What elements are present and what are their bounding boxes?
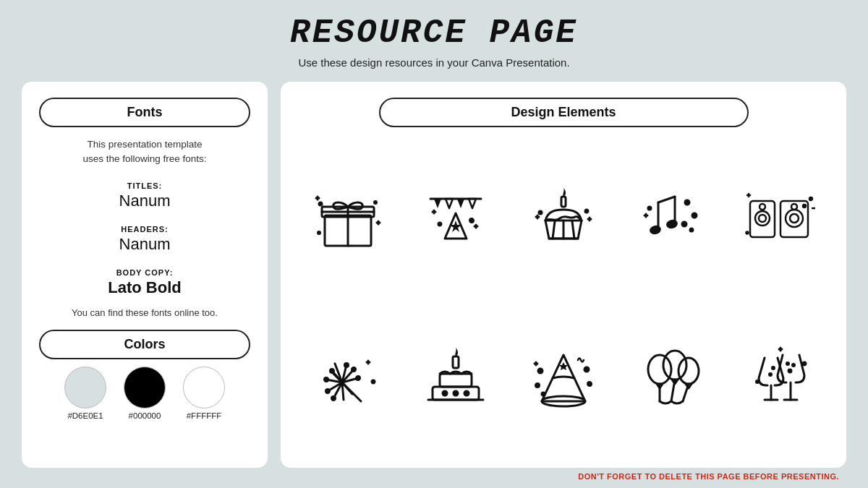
svg-point-73 xyxy=(332,396,336,400)
svg-point-50 xyxy=(786,210,803,227)
headers-font-entry: HEADERS: Nanum xyxy=(39,222,250,254)
svg-point-42 xyxy=(648,207,651,210)
svg-point-112 xyxy=(803,362,806,365)
svg-point-85 xyxy=(454,391,458,395)
svg-point-36 xyxy=(665,218,679,230)
icon-gift xyxy=(299,140,397,294)
svg-point-53 xyxy=(803,205,806,207)
svg-rect-22 xyxy=(561,197,566,207)
svg-line-25 xyxy=(572,221,574,239)
main-content: Fonts This presentation template uses th… xyxy=(22,82,846,468)
svg-point-106 xyxy=(792,364,794,366)
page-subtitle: Use these design resources in your Canva… xyxy=(298,56,569,69)
icon-champagne-glasses xyxy=(730,301,827,455)
svg-point-41 xyxy=(690,228,693,231)
icon-party-hat xyxy=(515,301,613,455)
icon-party-popper xyxy=(407,140,505,294)
svg-point-113 xyxy=(756,380,758,382)
svg-point-58 xyxy=(746,232,748,234)
svg-point-70 xyxy=(331,369,334,372)
fonts-footer: You can find these fonts online too. xyxy=(39,307,250,318)
color-swatch-1: #D6E0E1 xyxy=(64,367,106,420)
page-title: Resource Page xyxy=(290,14,578,52)
svg-marker-14 xyxy=(457,199,464,208)
footer-note: DON'T FORGET TO DELETE THIS PAGE BEFORE … xyxy=(22,472,846,481)
color-circle-2 xyxy=(124,367,166,408)
svg-marker-12 xyxy=(434,199,441,208)
svg-point-99 xyxy=(678,358,699,384)
color-swatch-3: #FFFFFF xyxy=(183,367,225,420)
svg-point-86 xyxy=(464,391,469,395)
svg-point-95 xyxy=(648,355,671,384)
color-circle-3 xyxy=(183,367,225,408)
color-hex-2: #000000 xyxy=(129,411,161,420)
svg-point-75 xyxy=(352,367,356,371)
svg-point-27 xyxy=(539,211,542,214)
svg-point-89 xyxy=(584,367,589,372)
icon-cupcake xyxy=(515,140,613,294)
body-font-entry: BODY COPY: Lato Bold xyxy=(39,265,250,297)
svg-point-16 xyxy=(470,219,474,223)
svg-line-37 xyxy=(658,197,675,202)
svg-point-38 xyxy=(685,200,689,205)
color-swatches: #D6E0E1 #000000 #FFFFFF xyxy=(39,367,250,420)
color-hex-3: #FFFFFF xyxy=(187,411,222,420)
svg-point-109 xyxy=(772,367,774,369)
svg-point-6 xyxy=(318,232,320,234)
svg-point-17 xyxy=(438,223,441,226)
svg-point-107 xyxy=(786,362,788,364)
svg-rect-81 xyxy=(440,374,472,387)
svg-rect-80 xyxy=(453,356,459,368)
svg-point-52 xyxy=(791,204,797,210)
design-elements-label: Design Elements xyxy=(379,98,749,127)
icons-grid xyxy=(299,140,827,455)
svg-point-74 xyxy=(345,363,349,367)
svg-point-90 xyxy=(535,383,539,387)
svg-point-40 xyxy=(682,222,686,226)
titles-font-entry: TITLES: Nanum xyxy=(39,179,250,210)
svg-point-88 xyxy=(538,369,542,373)
svg-line-23 xyxy=(553,221,555,239)
icon-balloons xyxy=(622,301,720,455)
svg-point-84 xyxy=(443,391,447,395)
colors-section: Colors #D6E0E1 #000000 #FFFFFF xyxy=(39,330,250,420)
right-panel: Design Elements xyxy=(281,82,846,468)
icon-speaker xyxy=(730,140,827,294)
svg-point-105 xyxy=(788,369,791,372)
color-hex-1: #D6E0E1 xyxy=(67,411,103,420)
svg-point-72 xyxy=(326,389,330,393)
icon-sparkler xyxy=(299,301,397,455)
svg-point-92 xyxy=(542,393,545,395)
svg-point-79 xyxy=(372,380,375,383)
svg-point-5 xyxy=(375,202,377,204)
svg-point-108 xyxy=(769,373,771,375)
fonts-description: This presentation template uses the foll… xyxy=(39,137,250,167)
svg-point-4 xyxy=(319,202,322,205)
svg-point-46 xyxy=(755,211,770,226)
svg-point-47 xyxy=(759,215,766,222)
svg-marker-13 xyxy=(446,199,453,208)
svg-point-48 xyxy=(760,204,765,210)
left-panel: Fonts This presentation template uses th… xyxy=(22,82,268,468)
svg-point-51 xyxy=(790,214,799,223)
fonts-label: Fonts xyxy=(39,98,250,127)
color-swatch-2: #000000 xyxy=(124,367,166,420)
svg-point-71 xyxy=(325,377,328,381)
svg-point-28 xyxy=(585,210,588,213)
svg-point-56 xyxy=(809,197,812,200)
svg-point-97 xyxy=(663,351,686,380)
icon-birthday-cake xyxy=(407,301,505,455)
svg-rect-45 xyxy=(750,201,775,237)
svg-point-91 xyxy=(587,382,591,385)
color-circle-1 xyxy=(64,367,106,408)
svg-point-34 xyxy=(649,224,663,236)
svg-point-39 xyxy=(692,213,697,218)
svg-point-76 xyxy=(357,376,360,380)
icon-music-notes xyxy=(622,140,720,294)
colors-label: Colors xyxy=(39,330,250,359)
svg-marker-15 xyxy=(469,199,476,208)
